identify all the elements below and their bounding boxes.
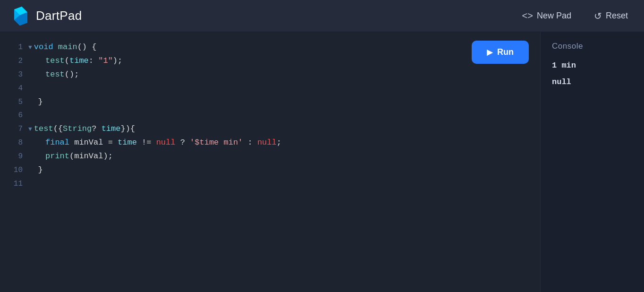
- run-button[interactable]: ▶ Run: [472, 41, 529, 64]
- code-line-2: 2 test(time: "1");: [9, 54, 531, 68]
- console-title: Console: [552, 42, 633, 51]
- code-line-9: 9 print(minVal);: [9, 150, 531, 163]
- code-line-7: 7 ▼ test({String? time}){: [9, 122, 531, 136]
- code-line-8: 8 final minVal = time != null ? '$time m…: [9, 136, 531, 150]
- app-title: DartPad: [36, 9, 82, 23]
- code-line-1: 1 ▼ void main() {: [9, 41, 531, 54]
- console-output-line-1: 1 min: [552, 59, 633, 73]
- code-icon: <>: [522, 10, 533, 21]
- editor-area: ▶ Run 1 ▼ void main() { 2 test(time: "1"…: [0, 32, 540, 292]
- new-pad-button[interactable]: <> New Pad: [517, 8, 576, 24]
- code-line-10: 10 }: [9, 163, 531, 177]
- code-line-5: 5 }: [9, 95, 531, 109]
- main-content: ▶ Run 1 ▼ void main() { 2 test(time: "1"…: [0, 32, 644, 292]
- code-line-3: 3 test();: [9, 68, 531, 82]
- console-output-line-2: null: [552, 75, 633, 90]
- reset-button[interactable]: ↺ Reset: [589, 8, 633, 25]
- code-line-11: 11: [9, 177, 531, 191]
- header-actions: <> New Pad ↺ Reset: [517, 8, 633, 25]
- dart-logo: [11, 7, 30, 26]
- play-icon: ▶: [487, 48, 492, 57]
- code-line-4: 4: [9, 82, 531, 95]
- logo-area: DartPad: [11, 7, 517, 26]
- reset-label: Reset: [606, 11, 628, 21]
- code-line-6: 6: [9, 109, 531, 122]
- code-editor[interactable]: 1 ▼ void main() { 2 test(time: "1"); 3 t…: [0, 41, 540, 200]
- app-header: DartPad <> New Pad ↺ Reset: [0, 0, 644, 32]
- console-panel: Console 1 min null: [540, 32, 644, 292]
- new-pad-label: New Pad: [537, 11, 571, 21]
- reset-icon: ↺: [594, 10, 602, 22]
- run-label: Run: [497, 47, 514, 57]
